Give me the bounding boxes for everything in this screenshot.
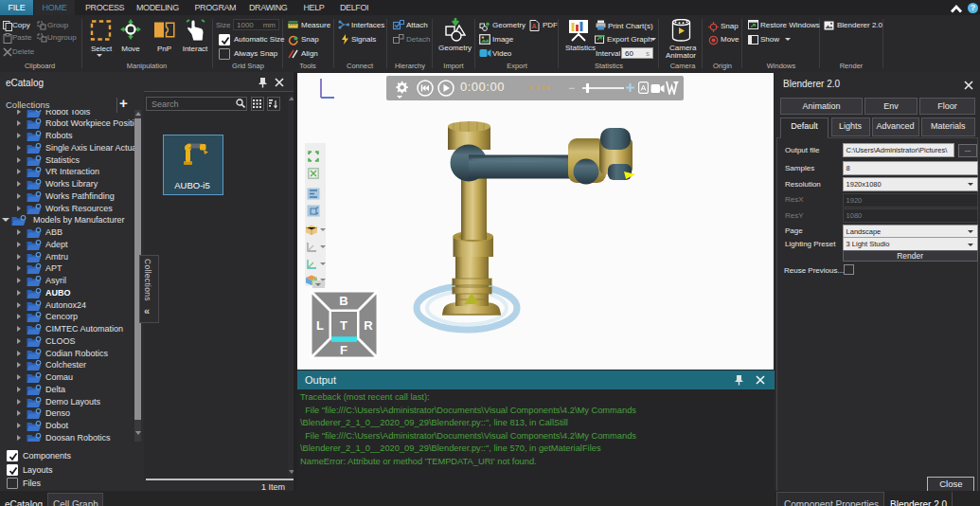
svg-text:A: A — [531, 23, 536, 29]
svg-text:F: F — [340, 343, 347, 357]
svg-text:T: T — [340, 318, 347, 333]
svg-text:R: R — [364, 318, 373, 333]
svg-text:L: L — [316, 318, 324, 333]
svg-text:B: B — [339, 294, 347, 308]
